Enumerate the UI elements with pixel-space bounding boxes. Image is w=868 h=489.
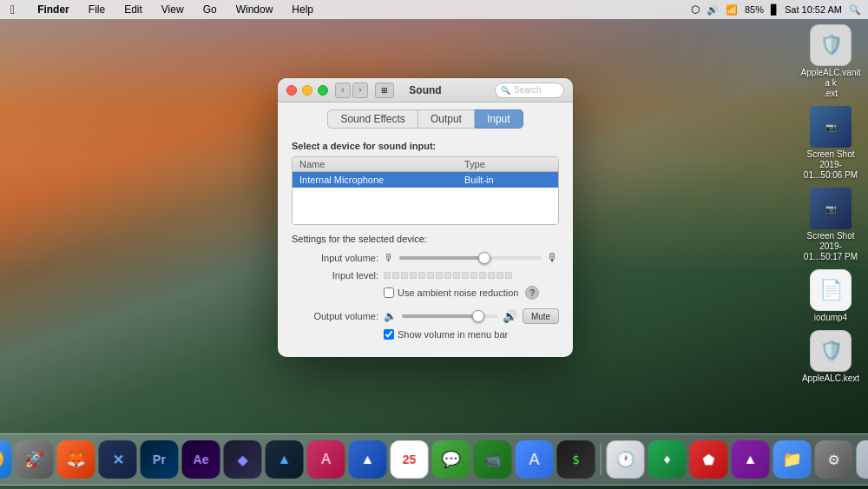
tab-input[interactable]: Input: [475, 109, 523, 129]
calendar-icon: 25: [403, 453, 417, 466]
dock-item-iterm[interactable]: $: [557, 440, 595, 479]
device-table-body: Internal Microphone Built-in: [293, 172, 558, 224]
view-menu[interactable]: View: [158, 3, 187, 16]
desktop-icon-screenshot2[interactable]: 📷 Screen Shot2019-01...50:17 PM: [800, 188, 861, 262]
premiere-icon: Pr: [153, 453, 166, 466]
search-box[interactable]: 🔍 Search: [495, 83, 564, 98]
apple-menu[interactable]: : [7, 3, 18, 17]
firefox-icon: 🦊: [67, 450, 86, 469]
files-icon: 📁: [783, 450, 802, 469]
desktop-icon-applealc-kext[interactable]: 🛡️ AppleALC.kext: [800, 330, 861, 384]
input-level-label: Input level:: [292, 270, 378, 281]
finder-menu[interactable]: Finder: [34, 3, 73, 16]
level-bar-1: [384, 272, 391, 279]
dock-item-facetime[interactable]: 📹: [474, 440, 512, 479]
desktop-icon-applealc-vanita[interactable]: 🛡️ AppleALC.vanita k.ext: [800, 24, 861, 99]
dock-item-app7[interactable]: ▲: [732, 440, 770, 479]
battery-percent: 85%: [745, 4, 764, 15]
minimize-button[interactable]: [302, 85, 312, 96]
device-table-header: Name Type: [293, 157, 558, 172]
finder-icon: 😊: [0, 448, 4, 471]
app2-icon: ◆: [238, 452, 248, 468]
search-icon: 🔍: [501, 86, 510, 95]
input-volume-slider[interactable]: [399, 256, 542, 260]
grid-view-button[interactable]: ⊞: [375, 83, 394, 98]
maximize-button[interactable]: [318, 85, 328, 96]
output-volume-slider[interactable]: [402, 314, 497, 318]
volume-icon[interactable]: 🔊: [707, 4, 719, 16]
desktop-icon-label: AppleALC.vanita k.ext: [800, 68, 861, 99]
ambient-noise-checkbox[interactable]: [384, 287, 394, 298]
vol-high-icon: 🎙: [547, 251, 559, 265]
level-bar-13: [488, 272, 495, 279]
ambient-noise-row: Use ambient noise reduction ?: [384, 286, 559, 300]
app7-icon: ▲: [744, 452, 758, 467]
mute-button[interactable]: Mute: [523, 308, 559, 324]
dock-item-messages[interactable]: 💬: [432, 440, 470, 479]
dock-item-finder[interactable]: 😊: [0, 440, 12, 479]
nav-arrows: ‹ ›: [335, 83, 368, 98]
traffic-lights: [286, 85, 328, 96]
wifi-icon[interactable]: 📶: [726, 4, 738, 16]
desktop-icon-iodump[interactable]: 📄 iodump4: [800, 269, 861, 323]
help-menu[interactable]: Help: [288, 3, 317, 16]
show-volume-label: Show volume in menu bar: [398, 329, 508, 340]
window-menu[interactable]: Window: [233, 3, 277, 16]
output-volume-thumb[interactable]: [472, 310, 484, 322]
tab-output[interactable]: Output: [418, 109, 475, 129]
dock-item-app3[interactable]: ▲: [266, 440, 304, 479]
affinity-icon: A: [321, 452, 331, 467]
close-button[interactable]: [286, 85, 297, 96]
dock-item-clock[interactable]: 🕐: [607, 440, 645, 479]
dock-item-app8[interactable]: ⚙: [815, 440, 853, 479]
dock-item-app4[interactable]: ▲: [349, 440, 387, 479]
level-bar-6: [427, 272, 434, 279]
input-volume-thumb[interactable]: [478, 252, 490, 264]
device-row-internal-mic[interactable]: Internal Microphone Built-in: [293, 172, 558, 188]
dock-item-calendar[interactable]: 25: [391, 440, 429, 479]
level-bar-15: [505, 272, 512, 279]
level-indicator: [384, 272, 512, 279]
dock-item-files[interactable]: 📁: [773, 440, 812, 479]
device-type: Built-in: [464, 175, 551, 185]
dock-item-ae[interactable]: Ae: [182, 440, 220, 479]
help-button[interactable]: ?: [525, 286, 539, 300]
forward-button[interactable]: ›: [352, 83, 368, 98]
dock-item-app1[interactable]: ✕: [99, 440, 137, 479]
col-name-header: Name: [299, 159, 464, 169]
dock-item-appstore[interactable]: A: [516, 440, 554, 479]
file-menu[interactable]: File: [85, 3, 108, 16]
bluetooth-icon[interactable]: ⬡: [691, 3, 700, 16]
menubar-right: ⬡ 🔊 📶 85% ▊ Sat 10:52 AM 🔍: [691, 3, 861, 16]
dock-item-app2[interactable]: ◆: [224, 440, 262, 479]
desktop-icon-label: AppleALC.kext: [802, 373, 859, 384]
ambient-noise-label: Use ambient noise reduction: [398, 287, 518, 298]
desktop-icon-screenshot1[interactable]: 📷 Screen Shot2019-01...50:06 PM: [800, 106, 861, 181]
edit-menu[interactable]: Edit: [121, 3, 146, 16]
sound-panel: ‹ › ⊞ Sound 🔍 Search Sound Effects Outpu…: [278, 78, 573, 357]
dock-item-launchpad[interactable]: 🚀: [16, 440, 54, 479]
dock-item-app5[interactable]: ♦: [648, 440, 687, 479]
tab-sound-effects[interactable]: Sound Effects: [327, 109, 418, 129]
settings-label: Settings for the selected device:: [292, 234, 559, 244]
desktop-icon-label: iodump4: [814, 313, 847, 323]
level-bar-3: [401, 272, 408, 279]
dock-item-app6[interactable]: ⬟: [690, 440, 728, 479]
desktop-icon-label: Screen Shot2019-01...50:17 PM: [800, 231, 861, 262]
dock-item-affinity[interactable]: A: [307, 440, 345, 479]
search-icon[interactable]: 🔍: [849, 4, 861, 16]
level-bar-8: [444, 272, 451, 279]
level-bar-9: [453, 272, 460, 279]
show-volume-checkbox[interactable]: [384, 329, 394, 340]
panel-title: Sound: [409, 84, 441, 96]
dock-item-firefox[interactable]: 🦊: [57, 440, 95, 479]
output-vol-low-icon: 🔈: [384, 310, 397, 322]
dock-item-trash[interactable]: 🗑️: [857, 440, 869, 479]
go-menu[interactable]: Go: [200, 3, 220, 16]
appstore-icon: A: [529, 451, 539, 469]
level-bar-12: [479, 272, 486, 279]
dock-item-premiere[interactable]: Pr: [141, 440, 179, 479]
desktop-icons: 🛡️ AppleALC.vanita k.ext 📷 Screen Shot20…: [800, 24, 861, 384]
back-button[interactable]: ‹: [335, 83, 351, 98]
level-bar-10: [462, 272, 469, 279]
